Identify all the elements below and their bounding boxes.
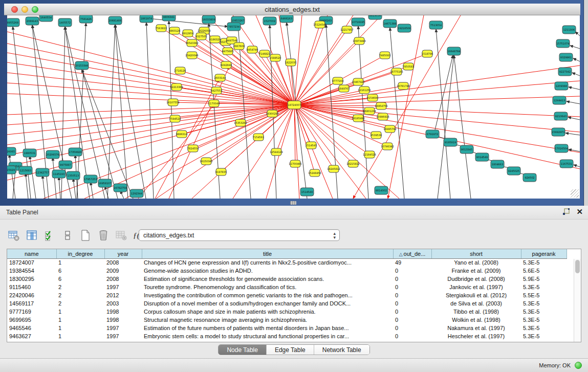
table-cell-short[interactable]: Nakamura et al. (1997) <box>431 324 521 332</box>
graph-edge[interactable] <box>294 105 334 169</box>
table-cell-year[interactable]: 1998 <box>104 308 142 316</box>
table-row[interactable]: 1830029562008Estimation of significance … <box>7 275 567 283</box>
table-cell-year[interactable]: 1998 <box>104 316 142 324</box>
table-cell-name[interactable]: 9777169 <box>7 308 56 316</box>
graph-edge[interactable] <box>115 25 128 199</box>
tab-edge-table[interactable]: Edge Table <box>267 345 314 355</box>
table-cell-in_degree[interactable]: 2 <box>56 291 104 299</box>
table-row[interactable]: 1456911722003Disruption of a novel membe… <box>7 299 567 308</box>
table-cell-name[interactable]: 9465546 <box>7 324 56 332</box>
table-cell-in_degree[interactable]: 1 <box>56 316 104 324</box>
table-row[interactable]: 946362711997Embryonic stem cells: a mode… <box>7 332 567 340</box>
table-cell-short[interactable]: de Silva et al. (2003) <box>431 299 521 308</box>
column-header-name[interactable]: name <box>7 249 56 258</box>
graph-edge[interactable] <box>287 23 307 199</box>
table-cell-title[interactable]: Disruption of a novel member of a sodium… <box>142 299 393 308</box>
graph-edge[interactable] <box>294 105 580 132</box>
table-cell-year[interactable]: 2003 <box>104 299 142 308</box>
table-cell-short[interactable]: Stergiakouli et al. (2012) <box>431 291 521 299</box>
column-header-year[interactable]: year <box>104 249 142 258</box>
table-cell-short[interactable]: Franke et al. (2009) <box>431 267 521 275</box>
table-cell-out_degree[interactable]: 0 <box>393 308 431 316</box>
table-row[interactable]: 969969511998Structural magnetic resonanc… <box>7 316 567 324</box>
table-cell-pagerank[interactable]: 5.3E-5 <box>521 308 567 316</box>
table-cell-out_degree[interactable]: 0 <box>393 267 431 275</box>
table-cell-short[interactable]: Jankovic et al. (1997) <box>431 283 521 291</box>
graph-edge[interactable] <box>570 46 580 49</box>
checklist-icon[interactable] <box>43 229 56 242</box>
table-cell-short[interactable]: Hescheler et al. (1997) <box>431 332 521 340</box>
table-cell-in_degree[interactable]: 1 <box>56 324 104 332</box>
table-cell-title[interactable]: Genome-wide association studies in ADHD. <box>142 267 393 275</box>
table-cell-year[interactable]: 1997 <box>104 324 142 332</box>
table-cell-pagerank[interactable]: 5.3E-5 <box>521 258 567 267</box>
table-cell-name[interactable]: 9463627 <box>7 332 56 340</box>
table-cell-in_degree[interactable]: 6 <box>56 267 104 275</box>
window-titlebar[interactable]: citations_edges.txt <box>4 4 580 15</box>
table-gear-icon[interactable] <box>7 229 20 242</box>
table-cell-name[interactable]: 9115460 <box>7 283 56 291</box>
table-cell-title[interactable]: Tourette syndrome. Phenomenology and cla… <box>142 283 393 291</box>
table-cell-year[interactable]: 1997 <box>104 332 142 340</box>
graph-edge[interactable] <box>390 28 404 199</box>
graph-edge[interactable] <box>568 117 580 120</box>
graph-edge[interactable] <box>91 182 93 199</box>
graph-edge[interactable] <box>454 55 471 199</box>
table-cell-short[interactable]: Wolkin et al. (1998) <box>431 316 521 324</box>
table-cell-year[interactable]: 2009 <box>104 267 142 275</box>
graph-edge[interactable] <box>565 133 580 135</box>
table-cell-pagerank[interactable]: 5.5E-5 <box>521 291 567 299</box>
table-cell-pagerank[interactable]: 5.3E-5 <box>521 299 567 308</box>
table-cell-name[interactable]: 9699695 <box>7 316 56 324</box>
table-cell-out_degree[interactable]: 0 <box>393 324 431 332</box>
table-cell-year[interactable]: 2008 <box>104 258 142 267</box>
graph-edge[interactable] <box>7 73 294 105</box>
table-row[interactable]: 946554611997Estimation of the future num… <box>7 324 567 332</box>
graph-edge[interactable] <box>146 23 154 199</box>
table-cell-name[interactable]: 14569117 <box>7 299 56 308</box>
column-header-out_degree[interactable]: △out_de... <box>393 249 431 258</box>
table-cell-title[interactable]: Corpus callosum shape and size in male p… <box>142 308 393 316</box>
table-cell-name[interactable]: 22420046 <box>7 291 56 299</box>
graph-edge[interactable] <box>388 15 424 199</box>
graph-edge[interactable] <box>228 51 294 105</box>
new-file-icon[interactable] <box>79 229 92 242</box>
minimize-button[interactable] <box>21 6 28 13</box>
table-cell-pagerank[interactable]: 5.9E-5 <box>521 275 567 283</box>
table-cell-in_degree[interactable]: 2 <box>56 283 104 291</box>
table-cell-out_degree[interactable]: 49 <box>393 258 431 267</box>
column-header-in_degree[interactable]: in_degree <box>56 249 104 258</box>
zoom-button[interactable] <box>32 6 38 13</box>
delete-table-icon[interactable] <box>115 229 128 242</box>
table-cell-title[interactable]: Estimation of the future numbers of pati… <box>142 324 393 332</box>
close-panel-icon[interactable]: ✕ <box>576 208 583 216</box>
scrollbar-thumb[interactable] <box>575 260 580 273</box>
table-scrollbar[interactable] <box>574 259 581 342</box>
graph-edge[interactable] <box>125 105 294 199</box>
table-cell-out_degree[interactable]: 0 <box>393 291 431 299</box>
table-cell-out_degree[interactable]: 0 <box>393 316 431 324</box>
table-cell-name[interactable]: 18724007 <box>7 258 56 267</box>
table-cell-year[interactable]: 1997 <box>104 283 142 291</box>
close-button[interactable] <box>11 6 18 13</box>
graph-edge[interactable] <box>575 32 580 36</box>
table-cell-title[interactable]: Investigating the contribution of common… <box>142 291 393 299</box>
table-cell-pagerank[interactable]: 5.3E-5 <box>521 316 567 324</box>
graph-edge[interactable] <box>294 15 328 105</box>
table-row[interactable]: 977716911998Corpus callosum shape and si… <box>7 308 567 316</box>
table-row[interactable]: 2242004622012Investigating the contribut… <box>7 291 567 299</box>
tab-network-table[interactable]: Network Table <box>314 345 369 355</box>
table-cell-pagerank[interactable]: 5.3E-5 <box>521 332 567 340</box>
graph-edge[interactable] <box>115 25 146 199</box>
table-cell-pagerank[interactable]: 5.6E-5 <box>521 267 567 275</box>
column-header-short[interactable]: short <box>431 249 521 258</box>
split-divider-handle[interactable] <box>290 201 296 205</box>
graph-edge[interactable] <box>7 105 294 125</box>
table-cell-pagerank[interactable]: 5.3E-5 <box>521 283 567 291</box>
table-cell-in_degree[interactable]: 1 <box>56 332 104 340</box>
node-table[interactable]: namein_degreeyeartitle△out_de...shortpag… <box>7 249 567 340</box>
table-columns-icon[interactable] <box>25 229 38 242</box>
table-cell-year[interactable]: 2008 <box>104 275 142 283</box>
column-header-pagerank[interactable]: pagerank <box>521 249 567 258</box>
table-cell-out_degree[interactable]: 0 <box>393 283 431 291</box>
